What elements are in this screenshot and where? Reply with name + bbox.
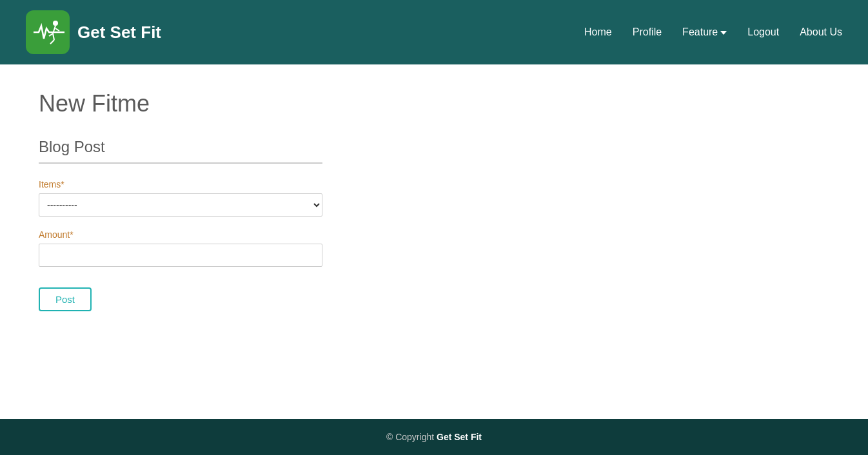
- post-button[interactable]: Post: [39, 287, 92, 311]
- footer-copyright: © Copyright: [386, 432, 437, 442]
- logo-area[interactable]: Get Set Fit: [26, 10, 161, 54]
- svg-point-0: [53, 21, 58, 26]
- amount-input[interactable]: [39, 244, 322, 267]
- amount-label: Amount*: [39, 229, 829, 240]
- nav-feature-dropdown[interactable]: Feature: [682, 26, 727, 38]
- svg-line-2: [49, 34, 53, 36]
- main-content: New Fitme Blog Post Items* ---------- Am…: [0, 64, 868, 419]
- amount-group: Amount*: [39, 229, 829, 267]
- site-footer: © Copyright Get Set Fit: [0, 419, 868, 455]
- nav-about-us[interactable]: About Us: [800, 26, 842, 38]
- items-select[interactable]: ----------: [39, 193, 322, 217]
- form-section-title: Blog Post: [39, 138, 322, 164]
- svg-line-3: [53, 34, 54, 40]
- footer-brand: Get Set Fit: [437, 432, 482, 442]
- nav-feature-label: Feature: [682, 26, 718, 38]
- site-header: Get Set Fit Home Profile Feature Logout …: [0, 0, 868, 64]
- logo-icon: [26, 10, 70, 54]
- svg-line-5: [55, 28, 59, 31]
- svg-line-4: [50, 40, 54, 44]
- nav-profile[interactable]: Profile: [633, 26, 662, 38]
- items-label: Items*: [39, 179, 829, 189]
- chevron-down-icon: [720, 31, 727, 35]
- logo-text: Get Set Fit: [77, 23, 161, 43]
- nav-home[interactable]: Home: [584, 26, 612, 38]
- items-group: Items* ----------: [39, 179, 829, 217]
- nav-logout[interactable]: Logout: [747, 26, 779, 38]
- main-nav: Home Profile Feature Logout About Us: [584, 26, 842, 38]
- page-title: New Fitme: [39, 90, 829, 117]
